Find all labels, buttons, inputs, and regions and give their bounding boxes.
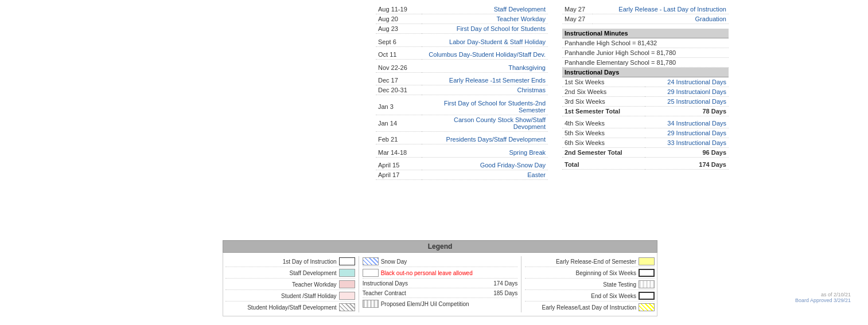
schedule-row: Jan 14 Carson County Stock Show/Staff De… [376, 115, 548, 131]
legend-box-snow [363, 257, 379, 265]
legend-item: Staff Development [225, 268, 355, 279]
days-row: 5th Six Weeks 29 Instructional Days [562, 128, 729, 138]
legend-box-student-holiday [339, 292, 355, 300]
minutes-row: Panhandle High School = 81,432 [562, 38, 729, 48]
schedule-row: Jan 3 First Day of School for Students-2… [376, 99, 548, 115]
may-description: Graduation [593, 14, 729, 24]
legend-item: Early Release/Last Day of Instruction [525, 302, 655, 312]
minutes-row: Panhandle Junior High School = 81,780 [562, 48, 729, 58]
schedule-row: April 17 Easter [376, 170, 548, 180]
event-date: Jan 3 [376, 99, 422, 115]
schedule-row: Aug 11-19 Staff Development [376, 5, 548, 14]
semester-total-label: 2nd Semester Total [562, 148, 645, 158]
days-row: 4th Six Weeks 34 Instructional Days [562, 119, 729, 128]
event-description: Labor Day-Student & Staff Holiday [422, 37, 548, 47]
event-description: Carson County Stock Show/Staff Devopment [422, 115, 548, 131]
may-date: May 27 [562, 5, 593, 14]
schedule-row: Aug 20 Teacher Workday [376, 14, 548, 24]
days-row: 3rd Six Weeks 25 Instructional Days [562, 97, 729, 107]
days-value: 24 Instructional Days [645, 77, 729, 87]
instructional-minutes-title: Instructional Minutes [562, 29, 729, 38]
may-row: May 27 Graduation [562, 14, 729, 24]
event-description: Columbus Day-Student Holiday/Staff Dev. [422, 50, 548, 60]
event-description: First Day of School for Students [422, 24, 548, 34]
minutes-label: Panhandle High School = 81,432 [562, 38, 729, 48]
days-label: 2nd Six Weeks [562, 87, 645, 97]
minutes-row: Panhandle Elementary School = 81,780 [562, 58, 729, 68]
legend-value-teacher-contract: 185 Days [493, 290, 517, 296]
legend-label: Instructional Days [363, 280, 408, 287]
schedule-row: Dec 17 Early Release -1st Semester Ends [376, 76, 548, 85]
days-label: 5th Six Weeks [562, 128, 645, 138]
legend-box-end-six [639, 292, 655, 300]
event-description: Good Friday-Snow Day [422, 160, 548, 170]
legend-label: Beginning of Six Weeks [525, 270, 636, 276]
minutes-label: Panhandle Junior High School = 81,780 [562, 48, 729, 58]
event-description: Staff Development [422, 5, 548, 14]
event-date: Dec 20-31 [376, 85, 422, 95]
legend-box-early-release-last [639, 303, 655, 311]
legend-value-instructional-days: 174 Days [493, 280, 517, 287]
event-description: Thanksgiving [422, 63, 548, 73]
schedule-row: April 15 Good Friday-Snow Day [376, 160, 548, 170]
legend-label: Teacher Workday [225, 281, 337, 288]
legend-divider [521, 256, 521, 312]
event-date: Nov 22-26 [376, 63, 422, 73]
event-date: Aug 20 [376, 14, 422, 24]
semester-total-value: 78 Days [645, 107, 729, 116]
legend-section: Legend 1st Day of Instruction Staff Deve… [223, 240, 657, 316]
legend-label: Staff Development [225, 270, 337, 276]
schedule-row: Oct 11 Columbus Day-Student Holiday/Staf… [376, 50, 548, 60]
days-value: 29 Instructional Days [645, 128, 729, 138]
legend-box-proposed [363, 300, 379, 308]
event-date: Mar 14-18 [376, 148, 422, 158]
legend-box-student-holiday-staff [339, 303, 355, 311]
schedule-row: Nov 22-26 Thanksgiving [376, 63, 548, 73]
schedule-row: Sept 6 Labor Day-Student & Staff Holiday [376, 37, 548, 47]
days-value: 33 Instructional Days [645, 138, 729, 148]
legend-label: Snow Day [381, 259, 407, 265]
legend-item: Proposed Elem/JH Uil Competition [363, 299, 518, 309]
legend-box-beginning-six [639, 269, 655, 277]
legend-item: Student /Staff Holiday [225, 291, 355, 301]
total-row: Total 174 Days [562, 160, 729, 170]
days-value: 34 Instructional Days [645, 119, 729, 128]
legend-item: Black out-no personal leave allowed [363, 268, 518, 279]
legend-item: Beginning of Six Weeks [525, 268, 655, 279]
legend-label: State Testing [525, 281, 636, 288]
legend-body: 1st Day of Instruction Staff Development… [223, 253, 657, 316]
schedule-row: Dec 20-31 Christmas [376, 85, 548, 95]
legend-item: 1st Day of Instruction [225, 256, 355, 267]
total-value: 174 Days [645, 160, 729, 170]
legend-box-teacher-workday [339, 280, 355, 288]
semester-total-value: 96 Days [645, 148, 729, 158]
event-description: Presidents Days/Staff Development [422, 135, 548, 144]
legend-right-col: Early Release-End of Semester Beginning … [525, 256, 655, 312]
event-date: Dec 17 [376, 76, 422, 85]
days-row: 2nd Six Weeks 29 Instructaionl Days [562, 87, 729, 97]
legend-middle-col: Snow Day Black out-no personal leave all… [363, 256, 518, 312]
semester-total-row: 1st Semester Total 78 Days [562, 107, 729, 116]
instructional-days-header: Instructional Days [562, 68, 729, 77]
event-date: April 15 [376, 160, 422, 170]
legend-title: Legend [223, 240, 657, 253]
legend-label: Student /Staff Holiday [225, 293, 337, 299]
days-label: 3rd Six Weeks [562, 97, 645, 107]
semester-total-label: 1st Semester Total [562, 107, 645, 116]
legend-box-staff-dev [339, 269, 355, 277]
legend-label: 1st Day of Instruction [225, 259, 337, 265]
legend-label: Early Release/Last Day of Instruction [525, 304, 636, 311]
event-date: Sept 6 [376, 37, 422, 47]
event-date: Feb 21 [376, 135, 422, 144]
legend-item: State Testing [525, 279, 655, 290]
may-description: Early Release - Last Day of Instruction [593, 5, 729, 14]
instructional-minutes-table: Instructional Minutes Panhandle High Sch… [562, 29, 729, 170]
total-label: Total [562, 160, 645, 170]
schedule-row: Mar 14-18 Spring Break [376, 148, 548, 158]
event-description: Teacher Workday [422, 14, 548, 24]
days-value: 29 Instructaionl Days [645, 87, 729, 97]
days-value: 25 Instructional Days [645, 97, 729, 107]
schedule-row: Aug 23 First Day of School for Students [376, 24, 548, 34]
may-events-table: May 27 Early Release - Last Day of Instr… [562, 5, 729, 24]
stats-panel: May 27 Early Release - Last Day of Instr… [562, 5, 729, 170]
